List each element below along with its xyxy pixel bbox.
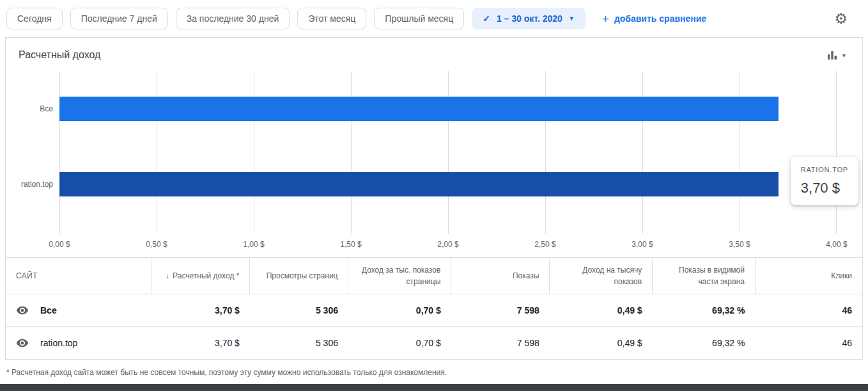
- gridline: [254, 71, 254, 234]
- axis-tick-label: 3,50 $: [729, 240, 750, 249]
- column-header-impressions[interactable]: Показы: [451, 258, 550, 294]
- gridline: [448, 71, 449, 234]
- date-filter-toolbar: Сегодня Последние 7 дней За последние 30…: [0, 0, 868, 37]
- chip-last-30-days[interactable]: За последние 30 дней: [176, 8, 290, 29]
- column-header-site[interactable]: САЙТ: [6, 258, 151, 294]
- check-icon: ✓: [483, 13, 490, 24]
- gridline: [642, 71, 643, 234]
- sort-descending-icon: ↓: [166, 271, 169, 280]
- cell-impression-rpm: 0,49 $: [550, 294, 653, 327]
- table-header-row: САЙТ ↓ Расчетный доход * Просмотры стран…: [6, 258, 862, 294]
- cell-page-rpm: 0,70 $: [348, 327, 451, 360]
- disclaimer-footnote: * Расчетная доход сайта может быть не со…: [0, 360, 868, 383]
- site-name: Все: [40, 305, 57, 315]
- cell-page-views: 5 306: [250, 327, 348, 360]
- tooltip-site-label: RATION.TOP: [801, 166, 848, 173]
- bar-chart-icon: [826, 49, 838, 61]
- cell-estimated-earnings: 3,70 $: [151, 327, 250, 360]
- column-header-estimated-earnings[interactable]: ↓ Расчетный доход *: [151, 258, 250, 294]
- chevron-down-icon: ▾: [842, 52, 846, 59]
- gridline: [836, 71, 837, 234]
- gridline: [157, 71, 157, 234]
- date-range-selector[interactable]: ✓ 1 – 30 окт. 2020 ▼: [472, 8, 585, 29]
- bar-chart: Все ration.top RATION.TOP 3,70 $: [6, 71, 862, 234]
- chip-this-month[interactable]: Этот месяц: [297, 8, 366, 29]
- tooltip-value: 3,70 $: [801, 180, 848, 196]
- add-comparison-label: добавить сравнение: [614, 13, 706, 24]
- chart-value-axis: 0,00 $ 0,50 $ 1,00 $ 1,50 $ 2,00 $ 2,50 …: [6, 240, 862, 257]
- column-header-impression-rpm[interactable]: Доход на тысячу показов: [550, 258, 653, 294]
- column-header-active-view[interactable]: Показы в видимой части экрана: [653, 258, 756, 294]
- chip-today[interactable]: Сегодня: [6, 8, 63, 29]
- table-row: Все 3,70 $ 5 306 0,70 $ 7 598 0,49 $ 69,…: [6, 294, 862, 327]
- chart-header: Расчетный доход ▾: [6, 38, 862, 66]
- chart-category-axis: Все ration.top: [6, 71, 59, 234]
- date-range-label: 1 – 30 окт. 2020: [497, 13, 562, 24]
- earnings-panel: Расчетный доход ▾ Все ration.top: [5, 37, 863, 360]
- gridline: [740, 71, 740, 234]
- axis-tick-label: 2,00 $: [437, 240, 458, 249]
- chart-tooltip: RATION.TOP 3,70 $: [791, 157, 858, 205]
- axis-tick-label: 0,50 $: [146, 240, 167, 249]
- bottom-edge-strip: [0, 384, 868, 391]
- chevron-down-icon: ▼: [569, 15, 575, 22]
- cell-page-rpm: 0,70 $: [348, 294, 451, 327]
- settings-gear-icon[interactable]: ⚙: [834, 12, 858, 26]
- cell-active-view: 69,32 %: [653, 327, 756, 360]
- gridline: [545, 71, 546, 234]
- visibility-eye-icon[interactable]: [16, 304, 29, 317]
- category-label: Все: [40, 97, 53, 121]
- category-label: ration.top: [21, 172, 53, 196]
- chip-last-7-days[interactable]: Последние 7 дней: [70, 8, 168, 29]
- cell-impressions: 7 598: [451, 327, 550, 360]
- axis-tick-label: 2,50 $: [534, 240, 555, 249]
- bar[interactable]: [59, 172, 779, 196]
- cell-impressions: 7 598: [451, 294, 550, 327]
- cell-active-view: 69,32 %: [653, 294, 756, 327]
- gridline: [59, 71, 60, 234]
- column-header-label: Расчетный доход *: [173, 271, 239, 280]
- cell-page-views: 5 306: [250, 294, 348, 327]
- gridline: [351, 71, 352, 234]
- chip-last-month[interactable]: Прошлый месяц: [374, 8, 464, 29]
- axis-tick-label: 4,00 $: [826, 240, 847, 249]
- site-name: ration.top: [40, 338, 77, 348]
- axis-tick-label: 3,00 $: [632, 240, 653, 249]
- column-header-page-views[interactable]: Просмотры страниц: [250, 258, 348, 294]
- table-row: ration.top 3,70 $ 5 306 0,70 $ 7 598 0,4…: [6, 327, 862, 360]
- column-header-page-rpm[interactable]: Доход за тыс. показов страницы: [348, 258, 451, 294]
- axis-tick-label: 1,50 $: [340, 240, 361, 249]
- cell-clicks: 46: [755, 294, 862, 327]
- cell-impression-rpm: 0,49 $: [550, 327, 653, 360]
- bar[interactable]: [59, 97, 779, 121]
- sites-table: САЙТ ↓ Расчетный доход * Просмотры стран…: [6, 257, 862, 359]
- column-header-clicks[interactable]: Клики: [755, 258, 862, 294]
- chart-plot-area: RATION.TOP 3,70 $: [59, 71, 837, 234]
- axis-tick-label: 1,00 $: [243, 240, 264, 249]
- cell-estimated-earnings: 3,70 $: [151, 294, 250, 327]
- axis-tick-label: 0,00 $: [49, 240, 70, 249]
- cell-clicks: 46: [755, 327, 862, 360]
- visibility-eye-icon[interactable]: [16, 337, 29, 349]
- plus-icon: +: [602, 13, 609, 25]
- chart-title: Расчетный доход: [19, 49, 100, 61]
- chart-type-selector[interactable]: ▾: [826, 49, 849, 61]
- add-comparison-button[interactable]: + добавить сравнение: [602, 13, 706, 25]
